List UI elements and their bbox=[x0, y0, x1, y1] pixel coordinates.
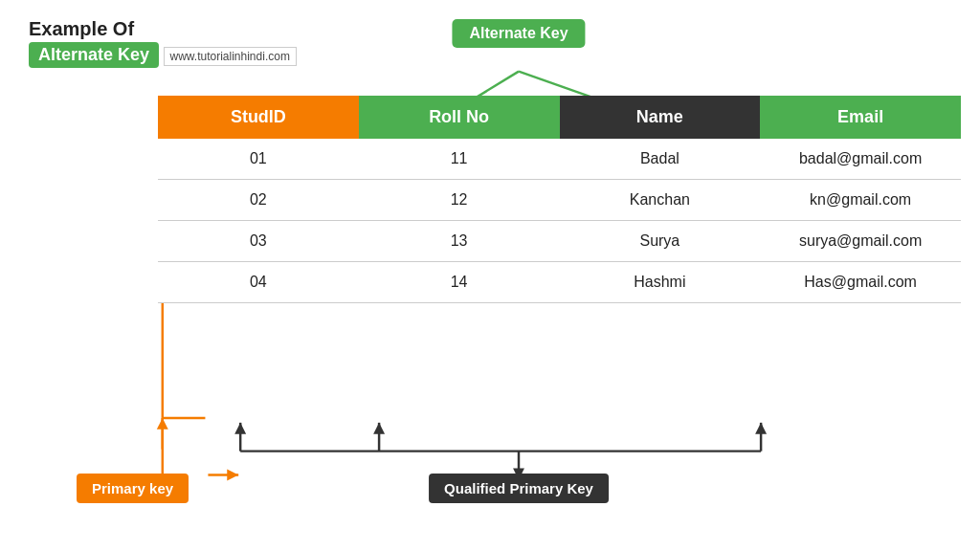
main-container: Example Of Alternate Key www.tutorialinh… bbox=[0, 0, 980, 551]
table-cell: Kanchan bbox=[560, 180, 761, 221]
alternate-key-label: Alternate Key bbox=[452, 19, 585, 48]
data-table: StudID Roll No Name Email 0111Badalbadal… bbox=[158, 96, 961, 303]
table-cell: 13 bbox=[359, 221, 560, 262]
table-cell: badal@gmail.com bbox=[760, 139, 961, 180]
col-roll-no: Roll No bbox=[359, 96, 560, 139]
table-row: 0212Kanchankn@gmail.com bbox=[158, 180, 961, 221]
primary-key-label: Primary key bbox=[77, 474, 189, 503]
table-cell: 11 bbox=[359, 139, 560, 180]
table-cell: kn@gmail.com bbox=[760, 180, 961, 221]
table-cell: 03 bbox=[158, 221, 359, 262]
qualified-pk-label: Qualified Primary Key bbox=[429, 474, 609, 503]
table-header-row: StudID Roll No Name Email bbox=[158, 96, 961, 139]
col-name: Name bbox=[560, 96, 761, 139]
svg-marker-11 bbox=[234, 423, 246, 434]
col-email: Email bbox=[760, 96, 961, 139]
table-row: 0111Badalbadal@gmail.com bbox=[158, 139, 961, 180]
table-cell: Has@gmail.com bbox=[760, 262, 961, 303]
svg-marker-15 bbox=[755, 423, 767, 434]
table-cell: 14 bbox=[359, 262, 560, 303]
table-row: 0313Suryasurya@gmail.com bbox=[158, 221, 961, 262]
table-cell: 01 bbox=[158, 139, 359, 180]
table-cell: surya@gmail.com bbox=[760, 221, 961, 262]
table-cell: 04 bbox=[158, 262, 359, 303]
table-cell: 02 bbox=[158, 180, 359, 221]
svg-marker-13 bbox=[373, 423, 385, 434]
svg-marker-20 bbox=[227, 469, 238, 480]
table-row: 0414HashmiHas@gmail.com bbox=[158, 262, 961, 303]
col-stud-id: StudID bbox=[158, 96, 359, 139]
table-cell: Surya bbox=[560, 221, 761, 262]
svg-marker-8 bbox=[157, 418, 168, 430]
table-cell: Hashmi bbox=[560, 262, 761, 303]
table-cell: 12 bbox=[359, 180, 560, 221]
table-cell: Badal bbox=[560, 139, 761, 180]
data-table-wrapper: StudID Roll No Name Email 0111Badalbadal… bbox=[158, 96, 961, 303]
